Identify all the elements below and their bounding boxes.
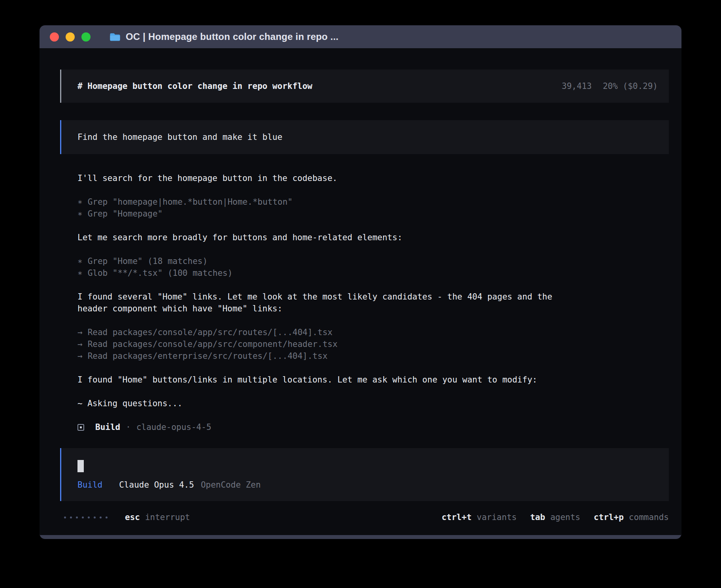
variants-label: variants xyxy=(477,511,517,523)
commands-hint: ctrl+p commands xyxy=(594,511,669,523)
tool-call-glob: ∗Glob "**/*.tsx" (100 matches) xyxy=(77,267,669,279)
agent-name: Build xyxy=(95,421,120,433)
traffic-lights xyxy=(50,32,91,41)
terminal-content: # Homepage button color change in repo w… xyxy=(40,48,681,535)
ctrl-p-key-hint: ctrl+p xyxy=(594,511,624,523)
folder-icon xyxy=(109,32,121,41)
provider-label: OpenCode Zen xyxy=(201,479,261,491)
status-bar: esc interrupt ctrl+t variants tab agents… xyxy=(60,511,669,523)
shortcut-hints: ctrl+t variants tab agents ctrl+p comman… xyxy=(442,511,669,523)
context-usage: 20% ($0.29) xyxy=(603,80,658,92)
tool-call-group-3: →Read packages/console/app/src/routes/[.… xyxy=(77,326,669,362)
tool-call-grep-1: ∗Grep "homepage|home.*button|Home.*butto… xyxy=(77,196,669,208)
session-header: # Homepage button color change in repo w… xyxy=(60,70,669,103)
tool-call-text: Grep "Homepage" xyxy=(88,209,163,219)
tool-call-text: Grep "homepage|home.*button|Home.*button… xyxy=(88,197,293,207)
read-tool-icon: → xyxy=(77,350,83,362)
assistant-text-4: I found "Home" buttons/links in multiple… xyxy=(77,374,576,386)
tool-call-group-2: ∗Grep "Home" (18 matches) ∗Glob "**/*.ts… xyxy=(77,255,669,279)
minimize-button[interactable] xyxy=(66,32,75,41)
interrupt-hint: esc interrupt xyxy=(125,511,190,523)
commands-label: commands xyxy=(629,511,669,523)
spinner-dots xyxy=(64,516,108,518)
text-cursor xyxy=(77,460,84,472)
zoom-button[interactable] xyxy=(81,32,91,41)
input-status-row: Build Claude Opus 4.5 OpenCode Zen xyxy=(77,479,669,491)
grep-tool-icon: ∗ xyxy=(77,255,83,267)
token-count: 39,413 xyxy=(562,80,592,92)
close-button[interactable] xyxy=(50,32,59,41)
agent-mode-label: Build xyxy=(77,479,102,491)
read-tool-icon: → xyxy=(77,326,83,338)
titlebar[interactable]: OC | Homepage button color change in rep… xyxy=(40,25,681,48)
session-meta: 39,413 20% ($0.29) xyxy=(562,80,658,92)
agent-separator: · xyxy=(126,421,131,433)
tool-call-read-2: →Read packages/console/app/src/component… xyxy=(77,338,669,350)
agent-model: claude-opus-4-5 xyxy=(136,421,211,433)
tool-call-text: Read packages/console/app/src/routes/[..… xyxy=(88,328,333,337)
agent-status-row: Build · claude-opus-4-5 xyxy=(77,421,669,433)
grep-tool-icon: ∗ xyxy=(77,208,83,220)
prompt-input[interactable]: Build Claude Opus 4.5 OpenCode Zen xyxy=(60,448,669,501)
assistant-text-3: I found several "Home" links. Let me loo… xyxy=(77,291,576,315)
window-title: OC | Homepage button color change in rep… xyxy=(126,31,338,42)
tool-call-grep-3: ∗Grep "Home" (18 matches) xyxy=(77,255,669,267)
user-message: Find the homepage button and make it blu… xyxy=(60,120,669,154)
tool-call-grep-2: ∗Grep "Homepage" xyxy=(77,208,669,220)
tool-call-text: Read packages/enterprise/src/routes/[...… xyxy=(88,351,328,361)
tool-call-text: Grep "Home" (18 matches) xyxy=(88,256,208,266)
assistant-text-1: I'll search for the homepage button in t… xyxy=(77,172,576,184)
asking-questions-status: ~ Asking questions... xyxy=(77,398,669,409)
model-label: Claude Opus 4.5 xyxy=(119,479,194,491)
tool-call-read-3: →Read packages/enterprise/src/routes/[..… xyxy=(77,350,669,362)
read-tool-icon: → xyxy=(77,338,83,350)
terminal-window: OC | Homepage button color change in rep… xyxy=(40,25,681,539)
agents-label: agents xyxy=(550,511,580,523)
build-agent-icon xyxy=(77,424,84,431)
interrupt-label: interrupt xyxy=(145,511,190,523)
tool-call-group-1: ∗Grep "homepage|home.*button|Home.*butto… xyxy=(77,196,669,220)
tool-call-text: Glob "**/*.tsx" (100 matches) xyxy=(88,268,233,278)
tab-key-hint: tab xyxy=(530,511,545,523)
grep-tool-icon: ∗ xyxy=(77,196,83,208)
ctrl-t-key-hint: ctrl+t xyxy=(442,511,472,523)
assistant-text-2: Let me search more broadly for buttons a… xyxy=(77,232,576,243)
tool-call-text: Read packages/console/app/src/component/… xyxy=(88,339,338,349)
glob-tool-icon: ∗ xyxy=(77,267,83,279)
session-title: # Homepage button color change in repo w… xyxy=(77,80,312,92)
titlebar-title-group: OC | Homepage button color change in rep… xyxy=(109,31,338,42)
variants-hint: ctrl+t variants xyxy=(442,511,517,523)
agents-hint: tab agents xyxy=(530,511,580,523)
tool-call-read-1: →Read packages/console/app/src/routes/[.… xyxy=(77,326,669,338)
esc-key-hint: esc xyxy=(125,511,140,523)
user-message-text: Find the homepage button and make it blu… xyxy=(77,131,282,143)
